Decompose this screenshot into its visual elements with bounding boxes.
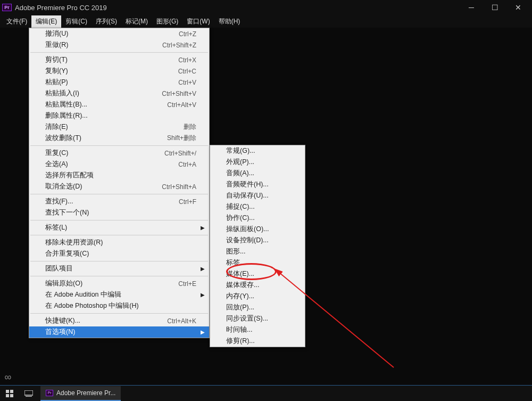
maximize-button[interactable]: ☐	[483, 0, 506, 15]
menu-item[interactable]: 全选(A)Ctrl+A	[29, 159, 209, 170]
menu-separator	[30, 194, 208, 194]
pref-item[interactable]: 外观(P)...	[210, 157, 305, 168]
menu-图形g[interactable]: 图形(G)	[152, 15, 182, 28]
window-controls: ─ ☐ ✕	[460, 0, 530, 15]
svg-rect-2	[10, 390, 13, 393]
menu-编辑e[interactable]: 编辑(E)	[31, 15, 61, 28]
submenu-arrow-icon: ▶	[201, 266, 205, 272]
pref-item[interactable]: 时间轴...	[210, 324, 305, 335]
menu-item[interactable]: 粘贴(P)Ctrl+V	[29, 77, 209, 88]
menu-item[interactable]: 查找(F)...Ctrl+F	[29, 196, 209, 207]
menu-item[interactable]: 撤消(U)Ctrl+Z	[29, 28, 209, 39]
submenu-arrow-icon: ▶	[201, 329, 205, 335]
pref-item[interactable]: 媒体缓存...	[210, 280, 305, 291]
menu-separator	[30, 276, 208, 276]
pref-item[interactable]: 音频硬件(H)...	[210, 179, 305, 190]
pref-item[interactable]: 修剪(R)...	[210, 335, 305, 347]
cc-icon: ∞	[0, 369, 16, 385]
pref-item[interactable]: 标签...	[210, 257, 305, 268]
menu-item[interactable]: 在 Adobe Photoshop 中编辑(H)	[29, 300, 209, 312]
taskbar: Pr Adobe Premiere Pr...	[0, 385, 532, 401]
submenu-arrow-icon: ▶	[201, 292, 205, 298]
menu-文件f[interactable]: 文件(F)	[2, 15, 31, 28]
menu-item[interactable]: 编辑原始(O)Ctrl+E	[29, 278, 209, 289]
pref-item[interactable]: 自动保存(U)...	[210, 190, 305, 201]
pref-item[interactable]: 媒体(E)...	[210, 268, 305, 280]
menu-separator	[30, 220, 208, 220]
svg-rect-4	[10, 394, 13, 397]
pref-item[interactable]: 图形...	[210, 246, 305, 257]
menu-item[interactable]: 在 Adobe Audition 中编辑▶	[29, 289, 209, 300]
pref-item[interactable]: 回放(P)...	[210, 302, 305, 313]
menu-标记m[interactable]: 标记(M)	[121, 15, 152, 28]
app-mini-icon: Pr	[46, 390, 53, 396]
menu-item[interactable]: 复制(Y)Ctrl+C	[29, 66, 209, 77]
menu-item[interactable]: 查找下一个(N)	[29, 207, 209, 218]
menu-item[interactable]: 波纹删除(T)Shift+删除	[29, 133, 209, 144]
title-bar: Pr Adobe Premiere Pro CC 2019 ─ ☐ ✕	[0, 0, 532, 15]
menu-item[interactable]: 标签(L)▶	[29, 222, 209, 233]
menu-窗口w[interactable]: 窗口(W)	[182, 15, 214, 28]
submenu-arrow-icon: ▶	[201, 225, 205, 231]
app-icon: Pr	[2, 4, 12, 11]
menu-item[interactable]: 取消全选(D)Ctrl+Shift+A	[29, 181, 209, 192]
edit-menu-dropdown: 撤消(U)Ctrl+Z重做(R)Ctrl+Shift+Z剪切(T)Ctrl+X复…	[29, 28, 210, 338]
menu-item[interactable]: 清除(E)删除	[29, 121, 209, 133]
pref-item[interactable]: 常规(G)...	[210, 145, 305, 157]
menu-bar: 文件(F)编辑(E)剪辑(C)序列(S)标记(M)图形(G)窗口(W)帮助(H)	[0, 15, 532, 28]
taskbar-app-premiere[interactable]: Pr Adobe Premiere Pr...	[40, 386, 121, 401]
pref-item[interactable]: 内存(Y)...	[210, 291, 305, 302]
menu-item[interactable]: 重复(C)Ctrl+Shift+/	[29, 148, 209, 159]
svg-rect-3	[6, 394, 9, 397]
menu-item[interactable]: 重做(R)Ctrl+Shift+Z	[29, 39, 209, 51]
menu-剪辑c[interactable]: 剪辑(C)	[61, 15, 92, 28]
pref-item[interactable]: 设备控制(D)...	[210, 235, 305, 246]
menu-item[interactable]: 选择所有匹配项	[29, 170, 209, 181]
menu-separator	[30, 235, 208, 235]
pref-item[interactable]: 协作(C)...	[210, 212, 305, 224]
menu-item[interactable]: 粘贴插入(I)Ctrl+Shift+V	[29, 88, 209, 99]
window-title: Adobe Premiere Pro CC 2019	[15, 4, 460, 12]
menu-item[interactable]: 剪切(T)Ctrl+X	[29, 54, 209, 66]
menu-帮助h[interactable]: 帮助(H)	[214, 15, 245, 28]
menu-item[interactable]: 删除属性(R)...	[29, 110, 209, 121]
menu-item[interactable]: 首选项(N)▶	[29, 326, 209, 338]
taskbar-app-label: Adobe Premiere Pr...	[56, 389, 115, 397]
menu-item[interactable]: 团队项目▶	[29, 263, 209, 274]
menu-separator	[30, 145, 208, 146]
menu-separator	[30, 313, 208, 314]
pref-item[interactable]: 操纵面板(O)...	[210, 224, 305, 235]
menu-separator	[30, 52, 208, 53]
preferences-submenu: 常规(G)...外观(P)...音频(A)...音频硬件(H)...自动保存(U…	[210, 145, 305, 347]
menu-item[interactable]: 移除未使用资源(R)	[29, 237, 209, 248]
menu-序列s[interactable]: 序列(S)	[92, 15, 121, 28]
menu-item[interactable]: 合并重复项(C)	[29, 248, 209, 259]
svg-rect-5	[24, 390, 33, 395]
taskview-button[interactable]	[19, 386, 38, 402]
pref-item[interactable]: 捕捉(C)...	[210, 201, 305, 212]
start-button[interactable]	[0, 386, 19, 402]
close-button[interactable]: ✕	[506, 0, 530, 15]
pref-item[interactable]: 音频(A)...	[210, 168, 305, 179]
minimize-button[interactable]: ─	[460, 0, 483, 15]
menu-item[interactable]: 快捷键(K)...Ctrl+Alt+K	[29, 315, 209, 326]
menu-separator	[30, 261, 208, 261]
pref-item[interactable]: 同步设置(S)...	[210, 313, 305, 324]
menu-item[interactable]: 粘贴属性(B)...Ctrl+Alt+V	[29, 99, 209, 110]
svg-rect-1	[6, 390, 9, 393]
